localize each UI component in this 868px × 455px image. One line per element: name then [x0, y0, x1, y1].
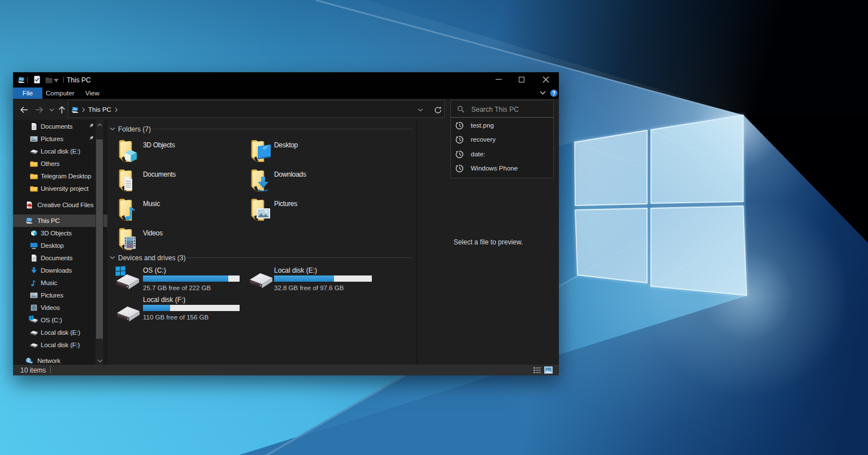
- svg-text:?: ?: [552, 90, 555, 97]
